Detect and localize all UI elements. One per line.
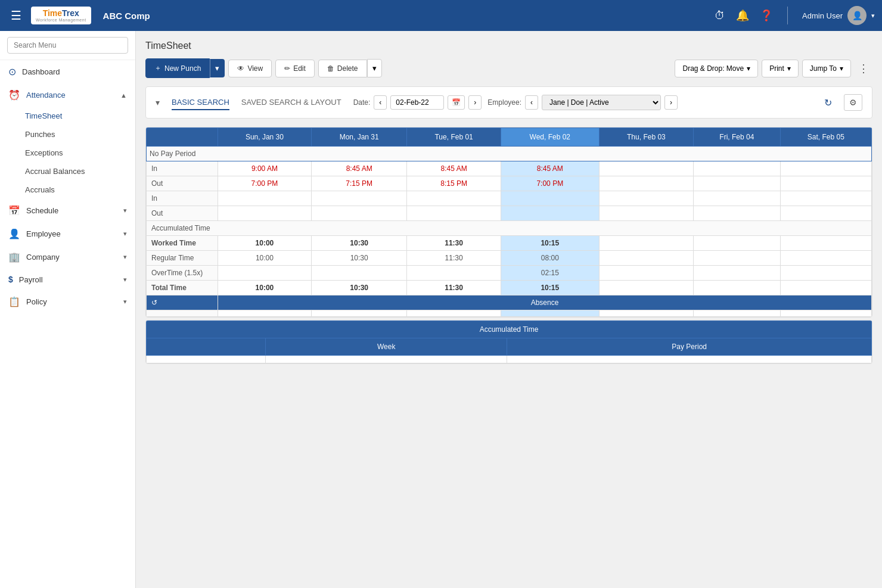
timesheet-table: Sun, Jan 30 Mon, Jan 31 Tue, Feb 01 Wed,… [146,127,872,317]
table-row-total-time: Total Time 10:00 10:30 11:30 10:15 [147,281,872,295]
col-wed-feb02: Wed, Feb 02 [501,128,599,147]
cell-out2-sat[interactable] [780,206,871,221]
edit-button[interactable]: ✏ Edit [275,60,315,77]
cell-in2-sat[interactable] [780,191,871,206]
delete-button[interactable]: 🗑 Delete [318,60,367,77]
cell-out1-sun[interactable]: 7:00 PM [218,176,312,191]
cell-in1-fri[interactable] [693,161,780,176]
cell-out1-thu[interactable] [599,176,693,191]
cell-worked-tue: 11:30 [407,236,501,251]
cell-in2-tue[interactable] [407,191,501,206]
table-row-in1: In 9:00 AM 8:45 AM 8:45 AM 8:45 AM [147,161,872,176]
new-punch-split-button[interactable]: ▾ [210,59,225,77]
cell-out1-wed[interactable]: 7:00 PM [501,176,599,191]
cell-out2-sun[interactable] [218,206,312,221]
employee-icon: 👤 [8,228,20,239]
cell-absence-sat[interactable] [780,310,871,317]
search-menu-input[interactable] [7,37,128,54]
cell-in1-thu[interactable] [599,161,693,176]
sidebar-item-company[interactable]: 🏢 Company ▾ [0,245,135,269]
cell-absence-fri[interactable] [693,310,780,317]
new-punch-button[interactable]: ＋ New Punch [145,58,210,78]
table-row-in2: In [147,191,872,206]
cell-in1-mon[interactable]: 8:45 AM [311,161,407,176]
trash-icon: 🗑 [327,64,334,73]
sidebar-item-payroll[interactable]: $ Payroll ▾ [0,269,135,290]
employee-prev-button[interactable]: ‹ [525,95,538,110]
timesheet-table-wrapper: Sun, Jan 30 Mon, Jan 31 Tue, Feb 01 Wed,… [145,127,872,318]
refresh-button[interactable]: ↻ [824,97,832,108]
user-chevron-icon: ▾ [871,12,875,20]
sidebar-sub-punches[interactable]: Punches [0,125,135,144]
view-button[interactable]: 👁 View [228,60,272,77]
sidebar-item-policy[interactable]: 📋 Policy ▾ [0,290,135,313]
more-options-button[interactable]: ⋮ [855,60,872,77]
sidebar-sub-timesheet[interactable]: TimeSheet [0,107,135,125]
drag-drop-button[interactable]: Drag & Drop: Move ▾ [675,60,758,77]
cell-out2-mon[interactable] [311,206,407,221]
help-icon[interactable]: ❓ [760,9,773,22]
cell-out1-fri[interactable] [693,176,780,191]
cell-absence-tue[interactable] [407,310,501,317]
tab-saved-search[interactable]: SAVED SEARCH & LAYOUT [241,95,341,110]
col-header-blank [147,128,218,147]
print-button[interactable]: Print ▾ [762,60,799,77]
cell-overtime-tue [407,266,501,281]
cell-in1-tue[interactable]: 8:45 AM [407,161,501,176]
user-menu[interactable]: Admin User 👤 ▾ [802,6,875,25]
sidebar-sub-accrual-balances[interactable]: Accrual Balances [0,162,135,181]
cell-out2-wed[interactable] [501,206,599,221]
cell-out1-mon[interactable]: 7:15 PM [311,176,407,191]
jump-to-button[interactable]: Jump To ▾ [802,60,851,77]
table-row-out2: Out [147,206,872,221]
cell-in1-wed[interactable]: 8:45 AM [501,161,599,176]
date-prev-button[interactable]: ‹ [374,95,387,110]
calendar-icon[interactable]: 📅 [448,95,465,110]
bell-icon[interactable]: 🔔 [736,9,749,22]
cell-absence-thu[interactable] [599,310,693,317]
employee-next-button[interactable]: › [664,95,678,110]
sidebar-sub-exceptions[interactable]: Exceptions [0,144,135,162]
cell-absence-wed[interactable] [501,310,599,317]
sidebar-item-dashboard[interactable]: ⊙ Dashboard [0,60,135,83]
absence-expand-icon[interactable]: ↺ [151,298,157,307]
cell-absence-sun[interactable] [218,310,312,317]
cell-overtime-wed: 02:15 [501,266,599,281]
search-collapse-icon[interactable]: ▾ [156,98,160,107]
date-next-button[interactable]: › [468,95,482,110]
tab-basic-search[interactable]: BASIC SEARCH [172,95,229,110]
delete-split-button[interactable]: ▾ [367,59,382,77]
cell-in1-sat[interactable] [780,161,871,176]
cell-worked-sat [780,236,871,251]
menu-icon[interactable]: ☰ [7,6,25,25]
cell-in2-mon[interactable] [311,191,407,206]
timer-icon[interactable]: ⏱ [715,10,725,22]
sidebar-sub-accruals[interactable]: Accruals [0,181,135,199]
cell-regular-fri [693,251,780,266]
cell-out2-fri[interactable] [693,206,780,221]
date-input[interactable] [390,95,444,110]
cell-regular-sat [780,251,871,266]
cell-out2-thu[interactable] [599,206,693,221]
accum-row-label [147,356,266,363]
cell-out2-tue[interactable] [407,206,501,221]
cell-in2-wed[interactable] [501,191,599,206]
print-chevron-icon: ▾ [787,64,791,73]
cell-absence-mon[interactable] [311,310,407,317]
employee-select[interactable]: Jane | Doe | Active [542,95,661,110]
cell-in2-sun[interactable] [218,191,312,206]
cell-in1-sun[interactable]: 9:00 AM [218,161,312,176]
payroll-chevron-icon: ▾ [123,276,127,284]
cell-out1-tue[interactable]: 8:15 PM [407,176,501,191]
row-label-out1: Out [147,176,218,191]
sidebar-item-employee[interactable]: 👤 Employee ▾ [0,222,135,245]
cell-out1-sat[interactable] [780,176,871,191]
top-nav: ☰ TimeTrex Workforce Management ABC Comp… [0,0,882,31]
sidebar-item-attendance[interactable]: ⏰ Attendance ▲ [0,83,135,107]
cell-regular-mon: 10:30 [311,251,407,266]
user-avatar: 👤 [847,6,867,25]
settings-button[interactable]: ⚙ [844,94,862,111]
cell-in2-thu[interactable] [599,191,693,206]
sidebar-item-schedule[interactable]: 📅 Schedule ▾ [0,199,135,222]
cell-in2-fri[interactable] [693,191,780,206]
